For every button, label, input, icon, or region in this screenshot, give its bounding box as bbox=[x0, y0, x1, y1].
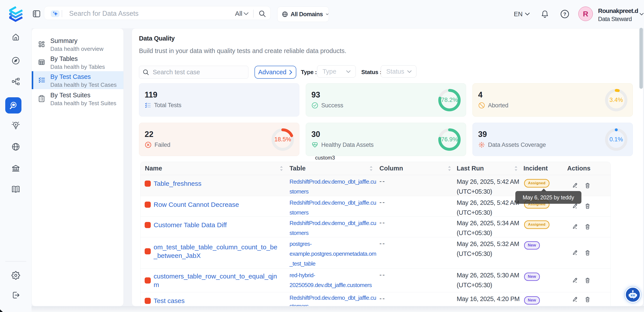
svg-text:?: ? bbox=[563, 12, 566, 17]
